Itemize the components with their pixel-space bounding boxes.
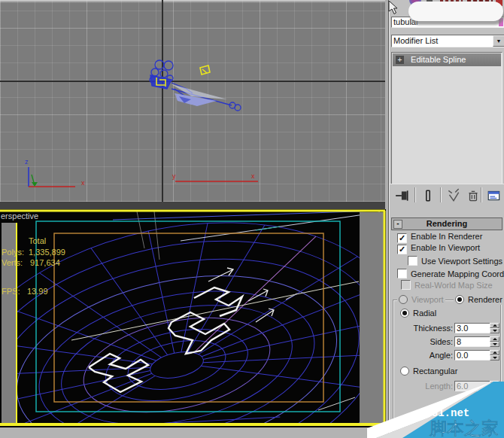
enable-in-viewport-checkbox[interactable]: ✓Enable In Viewport — [397, 243, 480, 253]
expand-plus-icon[interactable]: + — [396, 56, 404, 64]
stats-verts-value: 917,634 — [30, 258, 60, 267]
stats-polys-value: 1,335,899 — [29, 248, 65, 257]
radio-circle-icon — [399, 295, 408, 304]
shape-local-axis: y x — [172, 172, 258, 181]
angle-spinner[interactable] — [490, 350, 499, 360]
enable-in-renderer-label: Enable In Renderer — [411, 232, 482, 241]
stats-verts-label: Verts: — [2, 258, 23, 267]
generate-mapping-coords-label: Generate Mapping Coords. — [411, 269, 504, 278]
rollout-collapse-icon[interactable]: - — [393, 220, 402, 229]
checkbox-empty-icon — [401, 280, 411, 290]
sides-label: Sides: — [393, 337, 453, 347]
enable-in-viewport-label: Enable In Viewport — [411, 243, 480, 252]
checkbox-empty-icon[interactable] — [397, 269, 407, 278]
toolbar-divider — [414, 187, 416, 202]
modifier-stack-row-label: Editable Spline — [411, 55, 466, 64]
thickness-label: Thickness: — [393, 324, 453, 333]
checkbox-check-icon[interactable]: ✓ — [397, 233, 407, 243]
spinner-up-icon[interactable] — [490, 323, 499, 328]
pin-stack-icon[interactable] — [395, 188, 410, 203]
spinner-down-icon[interactable] — [490, 328, 499, 333]
angle-field[interactable]: 0.0 — [454, 350, 490, 360]
thickness-spinner[interactable] — [490, 323, 499, 333]
sides-field[interactable]: 8 — [454, 336, 490, 347]
top-orthographic-viewport[interactable]: y x z x — [0, 0, 385, 202]
thickness-field[interactable]: 3.0 — [454, 323, 490, 333]
renderer-radio[interactable]: Renderer — [454, 295, 504, 305]
stats-fps-label: FPS: — [2, 287, 20, 296]
watermark-brand-text: 脚本之家 — [429, 418, 499, 438]
real-world-map-size-checkbox: Real-World Map Size — [401, 280, 493, 290]
rendering-rollout-title: Rendering — [427, 219, 467, 228]
bottom-app-strip — [0, 427, 385, 438]
renderer-radio-label: Renderer — [468, 295, 502, 304]
remove-modifier-icon[interactable] — [466, 188, 481, 203]
mouse-cursor — [388, 0, 400, 15]
construction-drop-line — [175, 95, 176, 184]
angle-label: Angle: — [393, 351, 453, 360]
shape-axis-x-label: x — [251, 172, 255, 180]
modifier-stack-toolbar — [389, 184, 504, 207]
spinner-down-icon[interactable] — [490, 342, 499, 347]
radio-dot-icon[interactable] — [400, 309, 409, 318]
configure-modifier-sets-icon[interactable] — [487, 188, 502, 203]
make-unique-icon[interactable] — [446, 188, 461, 203]
viewport-label[interactable]: erspective — [1, 211, 38, 221]
modifier-list-label: Modifier List — [393, 36, 438, 45]
radial-radio[interactable]: Radial — [399, 309, 438, 318]
stats-total-label: Total — [29, 236, 46, 245]
sides-spinner[interactable] — [490, 336, 499, 347]
use-viewport-settings-checkbox[interactable]: Use Viewport Settings — [408, 256, 502, 266]
toolbar-divider — [440, 187, 442, 202]
radial-radio-label: Radial — [413, 309, 436, 318]
modifier-stack-row-editable-spline[interactable]: + Editable Spline — [393, 53, 501, 66]
perspective-viewport[interactable]: erspective Total Polys: 1,335,899 Verts:… — [0, 209, 386, 427]
generate-mapping-coords-checkbox[interactable]: Generate Mapping Coords. — [397, 269, 504, 278]
rendering-rollout-header[interactable]: - Rendering — [391, 217, 502, 230]
perspective-scene — [0, 209, 386, 427]
top-viewport-scene: y x z x — [0, 0, 385, 202]
stats-polys-label: Polys: — [2, 248, 24, 257]
modifier-list-dropdown[interactable]: Modifier List ▼ — [391, 35, 504, 47]
viewport-axis-tripod: z x — [25, 158, 85, 187]
checkbox-check-icon[interactable]: ✓ — [397, 245, 407, 254]
spinner-up-icon[interactable] — [490, 336, 499, 342]
real-world-map-size-label: Real-World Map Size — [414, 281, 493, 290]
show-end-result-icon[interactable] — [421, 188, 436, 203]
viewport-radio: Viewport — [397, 295, 445, 305]
shape-axis-y-label: y — [172, 172, 176, 180]
color-swatch-fragment[interactable] — [499, 18, 503, 26]
chevron-down-icon[interactable]: ▼ — [493, 35, 504, 47]
3dsmax-application-window: y x z x — [0, 0, 504, 438]
radio-dot-icon[interactable] — [455, 295, 464, 304]
viewport-radio-label: Viewport — [411, 295, 444, 304]
watermark-site-text: jb51.net — [419, 407, 469, 419]
toolbar-divider — [481, 187, 482, 202]
spinner-down-icon[interactable] — [490, 355, 499, 360]
modifier-stack-list[interactable]: + Editable Spline — [391, 52, 502, 184]
checkbox-empty-icon[interactable] — [408, 256, 417, 266]
tripod-x-label: x — [81, 179, 85, 187]
tooltip-blob — [408, 2, 503, 21]
stats-fps-value: 13.99 — [27, 287, 48, 296]
tripod-z-label: z — [25, 158, 29, 166]
use-viewport-settings-label: Use Viewport Settings — [421, 257, 502, 266]
spinner-up-icon[interactable] — [490, 350, 499, 355]
enable-in-renderer-checkbox[interactable]: ✓Enable In Renderer — [397, 232, 482, 242]
watermark: jb51.net 脚本之家 — [342, 373, 504, 438]
